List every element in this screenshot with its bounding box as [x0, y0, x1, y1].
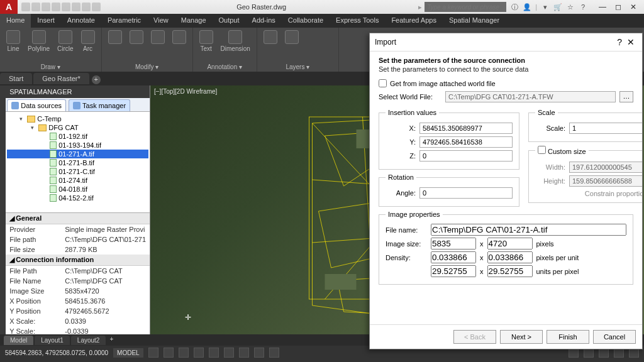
modify-tool[interactable] [151, 30, 165, 44]
dialog-close-icon[interactable]: ✕ [625, 37, 637, 47]
minimize-button[interactable]: — [599, 3, 606, 11]
line-tool[interactable]: Line [6, 30, 20, 52]
ribbon-tab-parametric[interactable]: Parametric [101, 14, 147, 28]
help-search-input[interactable] [425, 2, 506, 12]
unitspx-x [431, 265, 476, 277]
tree-node[interactable]: 01-193-194.tif [7, 141, 148, 150]
status-model[interactable]: MODEL [113, 348, 143, 358]
cancel-button[interactable]: Cancel [593, 330, 636, 344]
finish-button[interactable]: Finish [547, 330, 589, 344]
qat-icon[interactable] [52, 3, 60, 11]
modify-tool[interactable] [130, 30, 143, 44]
ribbon-group-label[interactable]: Layers ▾ [264, 62, 332, 70]
ribbon-tab-view[interactable]: View [147, 14, 175, 28]
add-layout-button[interactable]: + [107, 336, 116, 344]
modify-tool[interactable] [172, 30, 186, 44]
tab-data-sources[interactable]: Data sources [7, 99, 66, 111]
qat-icon[interactable] [42, 3, 50, 11]
status-toggle[interactable] [209, 348, 219, 358]
arc-tool[interactable]: Arc [81, 30, 95, 52]
customsize-checkbox[interactable] [538, 146, 546, 154]
status-toggle[interactable] [179, 348, 189, 358]
dimension-tool[interactable]: Dimension [221, 30, 250, 52]
ribbon-tab-manage[interactable]: Manage [175, 14, 213, 28]
ribbon-group-label[interactable]: Annotation ▾ [199, 62, 250, 70]
ribbon-tab-insert[interactable]: Insert [31, 14, 61, 28]
qat-icon[interactable] [31, 3, 40, 11]
ribbon-tab-add-ins[interactable]: Add-ins [246, 14, 282, 28]
layout-tab[interactable]: Layout1 [35, 336, 70, 345]
ribbon-tab-express-tools[interactable]: Express Tools [330, 14, 385, 28]
help-icon[interactable]: ? [579, 3, 587, 11]
props-header[interactable]: ◢General [6, 213, 150, 224]
tree-node[interactable]: ▾DFG CAT [7, 123, 148, 132]
status-toggle[interactable] [254, 348, 264, 358]
text-tool[interactable]: Text [199, 30, 213, 52]
props-row: File pathC:\Temp\DFG CAT\01-271 [6, 234, 150, 244]
angle-input[interactable] [419, 187, 513, 199]
status-toggle[interactable] [239, 348, 249, 358]
infocenter-icon[interactable]: ⓘ [510, 3, 519, 11]
tree-node[interactable]: 01-274.tif [7, 176, 148, 185]
status-toggle[interactable] [269, 348, 279, 358]
x-input[interactable] [419, 123, 513, 134]
tree-node[interactable]: 04-018.tif [7, 185, 148, 194]
status-toggle[interactable] [224, 348, 234, 358]
tree-node[interactable]: 01-192.tif [7, 132, 148, 141]
signin-icon[interactable]: 👤 [523, 3, 531, 11]
title-bar: A Geo Raster.dwg ▸ ⓘ 👤 | ▾ 🛒 ☆ ? — ◻ ✕ [0, 0, 644, 14]
status-toggle[interactable] [164, 348, 174, 358]
ucs-icon[interactable]: ✛ [185, 313, 191, 322]
exchange-icon[interactable]: ▾ [541, 3, 550, 11]
ribbon-tab-output[interactable]: Output [213, 14, 246, 28]
close-button[interactable]: ✕ [630, 3, 636, 11]
status-toggle[interactable] [148, 348, 158, 358]
ribbon-tab-home[interactable]: Home [0, 14, 31, 28]
worldfile-checkbox[interactable] [379, 79, 387, 87]
props-header[interactable]: ◢Connection information [6, 255, 150, 266]
browse-button[interactable]: … [619, 91, 633, 102]
palette-grip[interactable] [0, 85, 6, 334]
circle-tool[interactable]: Circle [57, 30, 74, 52]
doc-tab[interactable]: Geo Raster*+ [33, 73, 89, 84]
tree-node[interactable]: 01-271-A.tif [7, 150, 148, 158]
ribbon-tab-collaborate[interactable]: Collaborate [282, 14, 330, 28]
ribbon-tab-spatial-manager[interactable]: Spatial Manager [443, 14, 506, 28]
layout-tab[interactable]: Model [4, 336, 33, 345]
layout-tab[interactable]: Layout2 [71, 336, 106, 345]
status-toggle[interactable] [194, 348, 204, 358]
qat-icon[interactable] [82, 3, 91, 11]
tree-node[interactable]: 01-271-B.tif [7, 158, 148, 167]
dialog-help-icon[interactable]: ? [614, 37, 625, 47]
star-icon[interactable]: ☆ [566, 3, 575, 11]
cart-icon[interactable]: 🛒 [553, 3, 562, 11]
ribbon-tab-featured-apps[interactable]: Featured Apps [385, 14, 443, 28]
qat-icon[interactable] [21, 3, 30, 11]
z-input[interactable] [419, 150, 513, 162]
tree-node[interactable]: 01-271-C.tif [7, 167, 148, 176]
next-button[interactable]: Next > [500, 330, 543, 344]
scale-input[interactable] [569, 123, 642, 134]
ribbon-tab-annotate[interactable]: Annotate [61, 14, 101, 28]
ribbon-group-label[interactable]: Modify ▾ [108, 62, 186, 70]
modify-tool[interactable] [108, 30, 122, 44]
polyline-tool[interactable]: Polyline [28, 30, 50, 52]
layers-tool[interactable] [285, 30, 299, 44]
doc-tab[interactable]: Start [0, 73, 32, 84]
tree-node[interactable]: 04-152-2.tif [7, 194, 148, 202]
file-tree[interactable]: ▾C-Temp▾DFG CAT01-192.tif01-193-194.tif0… [6, 112, 150, 212]
maximize-button[interactable]: ◻ [615, 3, 621, 11]
worldfile-label: Get from image attached world file [390, 80, 496, 87]
tab-task-manager[interactable]: Task manager [69, 99, 130, 111]
density-x [431, 251, 476, 263]
search-arrow-icon: ▸ [418, 3, 422, 11]
qat-icon[interactable] [62, 3, 70, 11]
new-doc-button[interactable]: + [92, 75, 101, 84]
y-input[interactable] [419, 136, 513, 148]
layers-tool[interactable] [264, 30, 277, 44]
qat-icon[interactable] [72, 3, 80, 11]
app-menu-button[interactable]: A [0, 0, 18, 14]
tree-node[interactable]: ▾C-Temp [7, 114, 148, 123]
qat-icon[interactable] [92, 3, 101, 11]
ribbon-group-label[interactable]: Draw ▾ [6, 62, 95, 70]
